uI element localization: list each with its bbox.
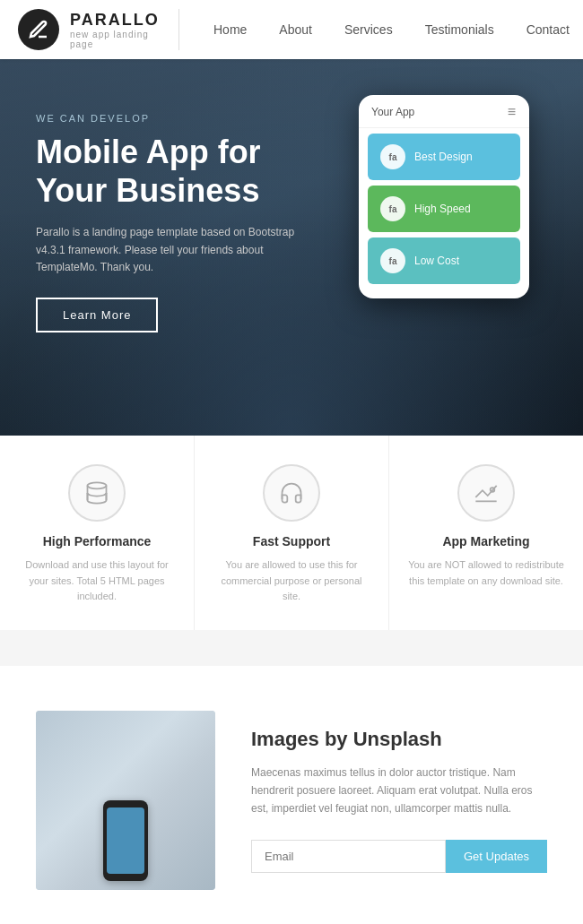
spacer: [0, 630, 583, 666]
feature-icon-wrap-1: [68, 464, 126, 522]
about-description: Maecenas maximus tellus in dolor auctor …: [251, 764, 547, 818]
about-image: [36, 711, 215, 890]
hero-title: Mobile App forYour Business: [36, 133, 305, 210]
feature-icon-wrap-3: [457, 464, 515, 522]
logo-name: PARALLO: [70, 11, 161, 30]
hero-tag: WE CAN DEVELOP: [36, 113, 305, 124]
hero-content: WE CAN DEVELOP Mobile App forYour Busine…: [0, 59, 341, 368]
feature-icon-wrap-2: [263, 464, 320, 522]
feature-desc-2: You are allowed to use this for commerci…: [213, 557, 370, 605]
logo-text: PARALLO new app landing page: [70, 11, 161, 49]
about-image-illustration: [36, 711, 215, 890]
feature-title-1: High Performance: [18, 534, 176, 548]
svg-point-0: [88, 482, 107, 488]
logo-icon: [18, 9, 59, 50]
signal-icon: [474, 480, 499, 505]
feature-card-2: Fast Support You are allowed to use this…: [195, 436, 389, 630]
about-section: Images by Unsplash Maecenas maximus tell…: [0, 666, 583, 924]
feature-desc-3: You are NOT allowed to redistribute this…: [407, 557, 565, 589]
phone-menu-icon: ≡: [508, 104, 517, 120]
phone-item-2: fa High Speed: [368, 186, 520, 232]
about-title: Images by Unsplash: [251, 728, 547, 751]
nav-home[interactable]: Home: [197, 15, 263, 44]
email-input[interactable]: [251, 840, 446, 873]
about-content: Images by Unsplash Maecenas maximus tell…: [251, 728, 547, 873]
phone-item-icon-3: fa: [380, 248, 405, 273]
hero-section: WE CAN DEVELOP Mobile App forYour Busine…: [0, 59, 583, 436]
database-icon: [84, 480, 109, 505]
nav-about[interactable]: About: [263, 15, 328, 44]
nav: Home About Services Testimonials Contact: [179, 15, 583, 44]
hero-cta-button[interactable]: Learn More: [36, 298, 158, 332]
phone-mockup: Your App ≡ fa Best Design fa High Speed …: [359, 95, 529, 298]
header: PARALLO new app landing page Home About …: [0, 0, 583, 59]
hero-description: Parallo is a landing page template based…: [36, 224, 305, 276]
logo-subtitle: new app landing page: [70, 30, 161, 49]
phone-item-label-2: High Speed: [414, 203, 471, 215]
phone-title: Your App: [371, 106, 414, 118]
phone-item-icon-1: fa: [380, 144, 405, 169]
phone-item-3: fa Low Cost: [368, 237, 520, 284]
logo-area: PARALLO new app landing page: [18, 9, 179, 50]
feature-card-1: High Performance Download and use this l…: [0, 436, 195, 630]
nav-testimonials[interactable]: Testimonials: [409, 15, 510, 44]
get-updates-button[interactable]: Get Updates: [446, 840, 547, 873]
phone-header: Your App ≡: [359, 95, 529, 128]
nav-services[interactable]: Services: [328, 15, 409, 44]
feature-title-3: App Marketing: [407, 534, 565, 548]
feature-card-3: App Marketing You are NOT allowed to red…: [389, 436, 583, 630]
features-section: High Performance Download and use this l…: [0, 436, 583, 630]
email-row: Get Updates: [251, 840, 547, 873]
phone-item-1: fa Best Design: [368, 134, 520, 180]
phone-item-icon-2: fa: [380, 196, 405, 221]
headphones-icon: [279, 480, 304, 505]
phone-item-label-1: Best Design: [414, 151, 473, 163]
feature-title-2: Fast Support: [213, 534, 370, 548]
phone-item-label-3: Low Cost: [414, 255, 459, 267]
feature-desc-1: Download and use this layout for your si…: [18, 557, 176, 605]
nav-contact[interactable]: Contact: [510, 15, 583, 44]
